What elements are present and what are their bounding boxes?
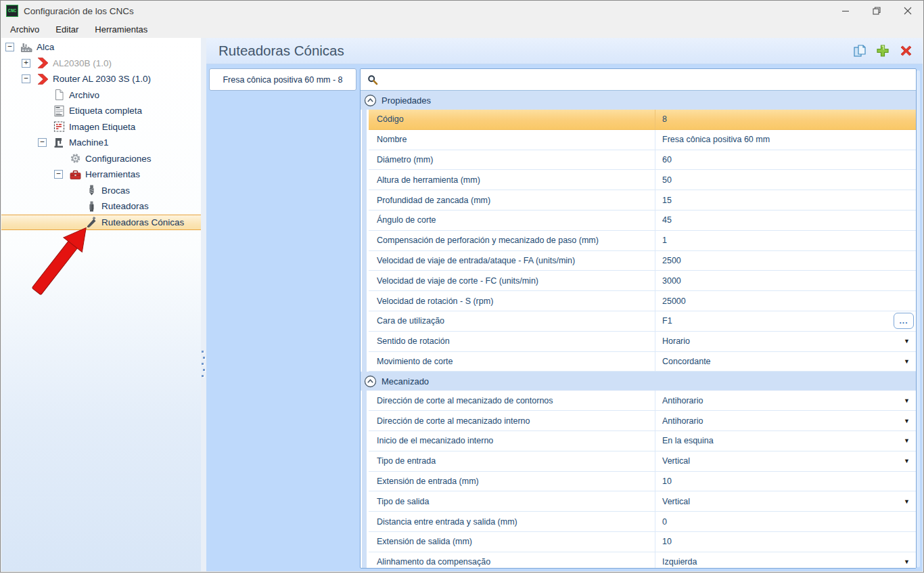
property-row[interactable]: Altura de herramienta (mm)50 xyxy=(369,170,916,190)
property-value-cell[interactable]: 0 xyxy=(655,512,916,531)
property-value-cell[interactable]: 15 xyxy=(655,190,916,210)
tree-item-imagen-etiqueta[interactable]: Imagen Etiqueta xyxy=(1,119,201,135)
property-value-cell[interactable]: Izquierda▼ xyxy=(655,552,916,569)
property-value-cell[interactable]: Fresa cônica positiva 60 mm xyxy=(655,130,916,150)
menu-archivo[interactable]: Archivo xyxy=(3,22,46,37)
property-value-cell[interactable]: F1... xyxy=(655,311,916,331)
ellipsis-button[interactable]: ... xyxy=(894,313,914,329)
tree-item-ruteadoras[interactable]: Ruteadoras xyxy=(1,198,201,215)
property-value-cell[interactable]: 2500 xyxy=(655,251,916,271)
collapse-section-icon[interactable] xyxy=(364,375,377,388)
property-value-cell[interactable]: 60 xyxy=(655,150,916,170)
property-row[interactable]: Cara de utilizaçãoF1... xyxy=(369,311,916,332)
property-row[interactable]: NombreFresa cônica positiva 60 mm xyxy=(369,130,916,150)
tree-item-al2030b-1-0-[interactable]: +AL2030B (1.0) xyxy=(1,56,201,72)
property-value-cell[interactable]: Antihorario▼ xyxy=(655,411,916,430)
section-header-propiedades[interactable]: Propiedades xyxy=(361,91,916,110)
property-label: Nombre xyxy=(369,130,655,150)
property-value-cell[interactable]: 3000 xyxy=(655,271,916,290)
collapse-box-icon[interactable]: − xyxy=(38,138,47,147)
minimize-button[interactable] xyxy=(830,1,861,21)
restore-icon xyxy=(873,7,881,15)
dropdown-arrow-icon[interactable]: ▼ xyxy=(904,458,916,464)
panel-splitter[interactable] xyxy=(201,38,206,571)
property-value-cell[interactable]: 8 xyxy=(655,110,916,129)
property-row[interactable]: Velocidad de viaje de entrada/ataque - F… xyxy=(369,251,916,271)
property-row[interactable]: Compensación de perforación y mecanizado… xyxy=(369,231,916,251)
property-value-cell[interactable]: 25000 xyxy=(655,291,916,311)
property-row[interactable]: Extensión de entrada (mm)10 xyxy=(369,472,916,492)
property-value: Vertical xyxy=(662,456,690,466)
scrollbar[interactable] xyxy=(917,70,920,567)
property-value-cell[interactable]: En la esquina▼ xyxy=(655,431,916,451)
property-row[interactable]: Ángulo de corte45 xyxy=(369,211,916,231)
property-row[interactable]: Velocidad de rotación - S (rpm)25000 xyxy=(369,291,916,311)
dropdown-arrow-icon[interactable]: ▼ xyxy=(904,558,916,565)
menu-editar[interactable]: Editar xyxy=(49,22,85,37)
property-label: Movimiento de corte xyxy=(369,352,655,372)
tree-item-etiqueta-completa[interactable]: Etiqueta completa xyxy=(1,103,201,119)
tree-item-label: Brocas xyxy=(101,185,130,196)
tree-item-machine1[interactable]: −Machine1 xyxy=(1,135,201,151)
conical-router-bit-icon xyxy=(85,216,98,228)
dropdown-arrow-icon[interactable]: ▼ xyxy=(904,338,916,345)
property-row[interactable]: Código8 xyxy=(369,110,916,130)
dropdown-arrow-icon[interactable]: ▼ xyxy=(904,358,916,365)
search-input[interactable] xyxy=(384,74,916,85)
tab-fresa-conica[interactable]: Fresa cônica positiva 60 mm - 8 xyxy=(209,68,356,91)
close-button[interactable] xyxy=(892,1,923,21)
delete-button[interactable] xyxy=(898,43,913,58)
property-label: Código xyxy=(369,110,655,129)
property-value-cell[interactable]: 1 xyxy=(655,231,916,250)
property-row[interactable]: Diámetro (mm)60 xyxy=(369,150,916,171)
property-row[interactable]: Extensión de salida (mm)10 xyxy=(369,532,916,552)
dropdown-arrow-icon[interactable]: ▼ xyxy=(904,498,916,505)
property-label: Tipo de salida xyxy=(369,491,655,511)
restore-button[interactable] xyxy=(861,1,892,21)
router-bit-icon xyxy=(85,200,98,213)
property-value-cell[interactable]: Vertical▼ xyxy=(655,491,916,511)
property-value-cell[interactable]: 45 xyxy=(655,211,916,230)
property-row[interactable]: Dirección de corte al mecanizado de cont… xyxy=(369,391,916,411)
collapse-section-icon[interactable] xyxy=(364,94,377,107)
tree-item-herramientas[interactable]: −Herramientas xyxy=(1,167,201,183)
property-row[interactable]: Profundidad de zancada (mm)15 xyxy=(369,190,916,211)
property-row[interactable]: Sentido de rotaciónHorario▼ xyxy=(369,332,916,352)
property-value-cell[interactable]: 10 xyxy=(655,532,916,552)
tree-item-brocas[interactable]: Brocas xyxy=(1,183,201,199)
property-value-cell[interactable]: Horario▼ xyxy=(655,332,916,351)
property-value-cell[interactable]: 10 xyxy=(655,472,916,491)
tree-item-router-al-2030-3s-1-0-[interactable]: −Router AL 2030 3S (1.0) xyxy=(1,71,201,87)
property-label: Velocidad de rotación - S (rpm) xyxy=(369,291,655,311)
property-row[interactable]: Dirección de corte al mecanizado interno… xyxy=(369,411,916,431)
copy-button[interactable] xyxy=(852,43,867,58)
tree-item-alca[interactable]: −Alca xyxy=(1,39,201,56)
property-row[interactable]: Alinhamento da compensaçãoIzquierda▼ xyxy=(369,552,916,569)
collapse-box-icon[interactable]: − xyxy=(22,74,30,83)
collapse-box-icon[interactable]: − xyxy=(54,170,63,179)
property-row[interactable]: Movimiento de corteConcordante▼ xyxy=(369,352,916,372)
property-row[interactable]: Velocidad de viaje de corte - FC (units/… xyxy=(369,271,916,291)
section-header-mecanizado[interactable]: Mecanizado xyxy=(361,372,916,391)
property-row[interactable]: Tipo de entradaVertical▼ xyxy=(369,451,916,472)
property-value-cell[interactable]: 50 xyxy=(655,170,916,190)
property-value: Izquierda xyxy=(662,557,697,567)
property-value-cell[interactable]: Antihorario▼ xyxy=(655,391,916,410)
property-row[interactable]: Inicio de el mecanizado internoEn la esq… xyxy=(369,431,916,451)
property-row[interactable]: Tipo de salidaVertical▼ xyxy=(369,491,916,512)
dropdown-arrow-icon[interactable]: ▼ xyxy=(904,397,916,404)
add-button[interactable] xyxy=(875,43,890,58)
property-value-cell[interactable]: Vertical▼ xyxy=(655,451,916,471)
property-value: 8 xyxy=(662,114,667,124)
tree-item-label: Archivo xyxy=(69,90,99,100)
property-row[interactable]: Distancia entre entrada y salida (mm)0 xyxy=(369,512,916,532)
menu-herramientas[interactable]: Herramientas xyxy=(88,22,154,37)
tree-item-archivo[interactable]: Archivo xyxy=(1,87,201,104)
tree-item-ruteadoras-c-nicas[interactable]: Ruteadoras Cónicas xyxy=(1,215,201,231)
collapse-box-icon[interactable]: − xyxy=(5,43,14,51)
dropdown-arrow-icon[interactable]: ▼ xyxy=(904,437,916,444)
expand-box-icon[interactable]: + xyxy=(22,59,30,68)
property-value-cell[interactable]: Concordante▼ xyxy=(655,352,916,372)
dropdown-arrow-icon[interactable]: ▼ xyxy=(904,418,916,424)
tree-item-configuraciones[interactable]: Configuraciones xyxy=(1,151,201,167)
